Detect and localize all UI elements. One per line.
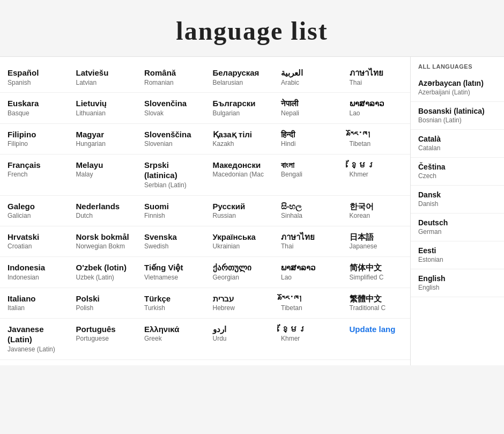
language-english-name: Filipino xyxy=(8,139,61,149)
language-english-name: Russian xyxy=(213,211,266,220)
language-cell[interactable]: РусскийRussian xyxy=(205,196,274,226)
sidebar-language-english: Estonian xyxy=(418,255,496,264)
language-cell[interactable]: FrançaisFrench xyxy=(0,155,69,196)
language-cell[interactable]: ខ្មែរKhmer xyxy=(273,319,342,360)
language-cell[interactable]: ພາສາລາວLao xyxy=(273,257,342,288)
language-cell[interactable]: УкраїнськаUkrainian xyxy=(205,226,274,257)
language-cell[interactable]: МакедонскиMacedonian (Mac xyxy=(205,155,274,196)
language-cell[interactable]: 한국어Korean xyxy=(342,196,411,226)
language-grid: EspañolSpanishLatviešuLatvianRomânăRoman… xyxy=(0,57,410,365)
language-cell[interactable]: 繁體中文Traditional C xyxy=(342,288,411,319)
language-native-name: ខ្មែរ xyxy=(350,160,403,171)
language-native-name: Lietuvių xyxy=(76,98,130,109)
language-cell[interactable]: MelayuMalay xyxy=(69,155,137,196)
sidebar-language-english: Bosnian (Latin) xyxy=(418,116,496,125)
language-native-name: རྫོང་ཁ། xyxy=(350,129,403,140)
language-cell[interactable]: العربيةArabic xyxy=(273,62,342,93)
sidebar-language-item[interactable]: Azərbaycan (latın)Azerbaijani (Latin) xyxy=(411,74,504,102)
language-english-name: Spanish xyxy=(8,78,61,87)
language-cell[interactable]: 日本語Japanese xyxy=(342,226,411,257)
language-cell[interactable]: БългарскиBulgarian xyxy=(205,93,274,123)
language-cell[interactable]: БеларускаяBelarusian xyxy=(205,62,274,93)
language-cell[interactable]: GalegoGalician xyxy=(0,196,69,226)
language-cell[interactable]: PolskiPolish xyxy=(69,288,137,319)
language-native-name: Euskara xyxy=(8,98,61,109)
language-cell[interactable]: LietuviųLithuanian xyxy=(69,93,137,123)
language-native-name: ภาษาไทย xyxy=(281,232,335,242)
language-english-name: Italian xyxy=(8,304,61,313)
language-cell[interactable]: ພາສາລາວLao xyxy=(342,93,411,123)
language-native-name: Қазақ тілі xyxy=(213,129,266,140)
sidebar-language-item[interactable]: EestiEstonian xyxy=(411,241,504,269)
language-cell[interactable]: ΕλληνικάGreek xyxy=(137,319,205,360)
language-cell[interactable]: ภาษาไทยThai xyxy=(273,226,342,257)
language-native-name: Galego xyxy=(8,201,61,212)
sidebar-language-item[interactable]: EnglishEnglish xyxy=(411,269,504,297)
sidebar-language-english: Catalan xyxy=(418,144,496,153)
sidebar-language-native: Dansk xyxy=(418,190,496,200)
language-native-name: Svenska xyxy=(144,232,198,242)
language-cell[interactable]: ខ្មែរKhmer xyxy=(342,155,411,196)
language-cell[interactable]: हिन्दीHindi xyxy=(273,124,342,155)
language-cell[interactable]: MagyarHungarian xyxy=(69,124,137,155)
language-cell[interactable]: EuskaraBasque xyxy=(0,93,69,123)
language-cell[interactable]: Srpski (latinica)Serbian (Latin) xyxy=(137,155,205,196)
language-cell[interactable]: Қазақ тіліKazakh xyxy=(205,124,274,155)
language-english-name: Hebrew xyxy=(213,304,266,313)
language-english-name: Macedonian (Mac xyxy=(213,170,266,179)
language-english-name: Romanian xyxy=(144,78,198,87)
language-cell[interactable]: SlovenčinaSlovak xyxy=(137,93,205,123)
language-cell[interactable]: NederlandsDutch xyxy=(69,196,137,226)
language-cell[interactable]: PortuguêsPortuguese xyxy=(69,319,137,360)
language-cell[interactable]: नेपालीNepali xyxy=(273,93,342,123)
language-cell[interactable]: اردوUrdu xyxy=(205,319,274,360)
language-cell[interactable]: O'zbek (lotin)Uzbek (Latin) xyxy=(69,257,137,288)
language-english-name: Urdu xyxy=(213,334,266,343)
language-cell[interactable]: LatviešuLatvian xyxy=(69,62,137,93)
language-native-name: Македонски xyxy=(213,160,266,171)
language-cell[interactable]: RomânăRomanian xyxy=(137,62,205,93)
language-native-name: Nederlands xyxy=(76,201,130,212)
sidebar-language-item[interactable]: CatalàCatalan xyxy=(411,130,504,158)
language-cell[interactable]: Tiếng ViệtVietnamese xyxy=(137,257,205,288)
update-language-link[interactable]: Update lang xyxy=(350,325,396,334)
sidebar-language-english: Azerbaijani (Latin) xyxy=(418,88,496,97)
sidebar-language-item[interactable]: Bosanski (latinica)Bosnian (Latin) xyxy=(411,102,504,130)
language-native-name: ພາສາລາວ xyxy=(281,262,335,273)
language-cell[interactable]: HrvatskiCroatian xyxy=(0,226,69,257)
language-cell[interactable]: עבריתHebrew xyxy=(205,288,274,319)
page-header: language list xyxy=(0,0,504,56)
language-cell[interactable]: SvenskaSwedish xyxy=(137,226,205,257)
language-cell[interactable]: FilipinoFilipino xyxy=(0,124,69,155)
language-cell[interactable]: SuomiFinnish xyxy=(137,196,205,226)
language-english-name: Georgian xyxy=(213,273,266,282)
language-cell[interactable]: Javanese (Latin)Javanese (Latin) xyxy=(0,319,69,360)
sidebar-language-item[interactable]: DanskDanish xyxy=(411,186,504,214)
language-english-name: Sinhala xyxy=(281,211,335,220)
language-english-name: Tibetan xyxy=(350,139,403,149)
language-english-name: Belarusian xyxy=(213,78,266,87)
language-cell[interactable]: ItalianoItalian xyxy=(0,288,69,319)
language-cell[interactable]: Norsk bokmålNorwegian Bokm xyxy=(69,226,137,257)
language-native-name: עברית xyxy=(213,293,266,304)
language-english-name: French xyxy=(8,170,61,179)
language-cell[interactable]: རྫོང་ཁ།Tibetan xyxy=(342,124,411,155)
page-title: language list xyxy=(0,16,504,46)
language-cell[interactable]: SlovenščinaSlovenian xyxy=(137,124,205,155)
language-native-name: Português xyxy=(76,324,130,335)
sidebar-language-item[interactable]: DeutschGerman xyxy=(411,214,504,241)
language-english-name: Serbian (Latin) xyxy=(144,181,198,190)
language-cell[interactable]: 简体中文Simplified C xyxy=(342,257,411,288)
language-cell[interactable]: EspañolSpanish xyxy=(0,62,69,93)
language-cell[interactable]: ภาษาไทยThai xyxy=(342,62,411,93)
sidebar-language-item[interactable]: ČeštinaCzech xyxy=(411,158,504,186)
language-native-name: Română xyxy=(144,68,198,78)
language-cell[interactable]: ქართულიGeorgian xyxy=(205,257,274,288)
language-cell[interactable]: বাংলাBengali xyxy=(273,155,342,196)
sidebar-language-english: English xyxy=(418,283,496,292)
language-cell[interactable]: සිංහලSinhala xyxy=(273,196,342,226)
language-cell[interactable]: རྫོང་ཁ།Tibetan xyxy=(273,288,342,319)
language-cell[interactable]: Update lang xyxy=(342,319,411,360)
language-cell[interactable]: IndonesiaIndonesian xyxy=(0,257,69,288)
language-cell[interactable]: TürkçeTurkish xyxy=(137,288,205,319)
